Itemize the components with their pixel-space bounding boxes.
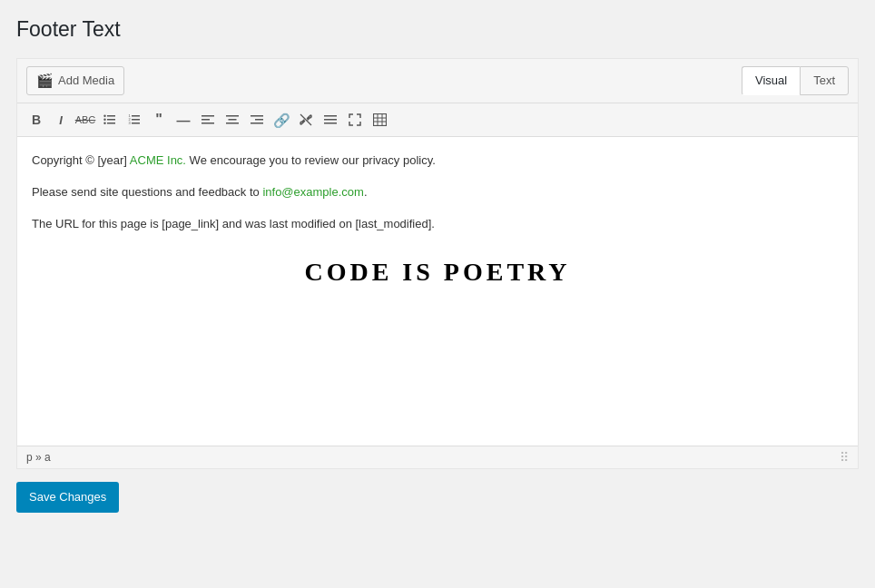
resize-handle[interactable]: ⠿: [840, 450, 849, 465]
toolbar-unlink[interactable]: [294, 108, 318, 132]
add-media-button[interactable]: 🎬 Add Media: [26, 66, 124, 96]
acme-link[interactable]: ACME Inc.: [130, 153, 186, 167]
justify-icon: [324, 113, 337, 126]
page-title: Footer Text: [16, 16, 859, 44]
feedback-text-before: Please send site questions and feedback …: [32, 185, 262, 199]
add-media-icon: 🎬: [36, 71, 54, 92]
toolbar-align-left[interactable]: [196, 108, 220, 132]
editor-statusbar: p » a ⠿: [17, 446, 858, 468]
svg-point-5: [103, 122, 105, 124]
svg-rect-16: [229, 119, 237, 121]
svg-rect-0: [107, 115, 115, 117]
align-left-icon: [202, 113, 214, 126]
svg-text:3: 3: [129, 121, 132, 125]
toolbar-numbered-list[interactable]: 123: [123, 108, 146, 132]
svg-rect-7: [132, 119, 140, 121]
svg-rect-17: [226, 122, 239, 124]
toolbar-link[interactable]: 🔗: [270, 108, 293, 132]
svg-rect-13: [202, 119, 210, 121]
paragraph-feedback: Please send site questions and feedback …: [32, 183, 843, 202]
svg-rect-14: [202, 122, 214, 124]
toolbar: B I ABC 123 " — 🔗: [17, 103, 858, 137]
editor-path: p » a: [26, 451, 51, 464]
toolbar-expand[interactable]: [343, 108, 367, 132]
toolbar-hr[interactable]: —: [172, 108, 195, 132]
svg-rect-24: [324, 122, 337, 124]
svg-rect-2: [107, 122, 115, 124]
toolbar-bullet-list[interactable]: [98, 108, 122, 132]
toolbar-align-center[interactable]: [221, 108, 244, 132]
numbered-list-icon: 123: [128, 113, 141, 126]
editor-top-bar: 🎬 Add Media Visual Text: [17, 59, 858, 104]
toolbar-strikethrough[interactable]: ABC: [74, 108, 97, 132]
save-changes-button[interactable]: Save Changes: [16, 482, 119, 513]
email-link[interactable]: info@example.com: [262, 185, 363, 199]
svg-rect-23: [324, 119, 337, 121]
align-right-icon: [251, 113, 263, 126]
svg-rect-18: [251, 115, 263, 117]
editor-content-area[interactable]: Copyright © [year] ACME Inc. We encourag…: [17, 137, 858, 446]
expand-icon: [349, 113, 361, 126]
svg-rect-25: [373, 114, 386, 126]
copyright-text-after: We encourage you to review our privacy p…: [186, 153, 436, 167]
svg-rect-12: [202, 115, 214, 117]
paragraph-copyright: Copyright © [year] ACME Inc. We encourag…: [32, 152, 843, 171]
svg-rect-22: [324, 115, 337, 117]
svg-rect-20: [251, 122, 263, 124]
toolbar-blockquote[interactable]: ": [147, 108, 171, 132]
unlink-icon: [299, 113, 313, 127]
svg-rect-6: [132, 115, 140, 117]
paragraph-url: The URL for this page is [page_link] and…: [32, 215, 843, 234]
view-tabs: Visual Text: [742, 66, 849, 95]
svg-rect-15: [226, 115, 239, 117]
svg-rect-8: [132, 122, 140, 124]
svg-point-3: [103, 115, 105, 117]
toolbar-full-justify[interactable]: [319, 108, 342, 132]
svg-rect-19: [255, 119, 263, 121]
add-media-label: Add Media: [58, 72, 114, 90]
toolbar-italic[interactable]: I: [49, 108, 73, 132]
feedback-text-after: .: [364, 185, 368, 199]
copyright-text-before: Copyright © [year]: [32, 153, 130, 167]
tab-visual[interactable]: Visual: [742, 66, 800, 95]
svg-point-4: [103, 119, 105, 121]
tab-text[interactable]: Text: [800, 66, 849, 95]
toolbar-bold[interactable]: B: [25, 108, 48, 132]
bullet-list-icon: [103, 113, 116, 126]
code-is-poetry-text: CODE IS POETRY: [32, 252, 843, 293]
align-center-icon: [226, 113, 239, 126]
editor-container: 🎬 Add Media Visual Text B I ABC 123 " — …: [16, 58, 859, 470]
table-icon: [373, 113, 387, 126]
toolbar-table[interactable]: [368, 108, 391, 132]
toolbar-align-right[interactable]: [245, 108, 269, 132]
svg-rect-1: [107, 119, 115, 121]
